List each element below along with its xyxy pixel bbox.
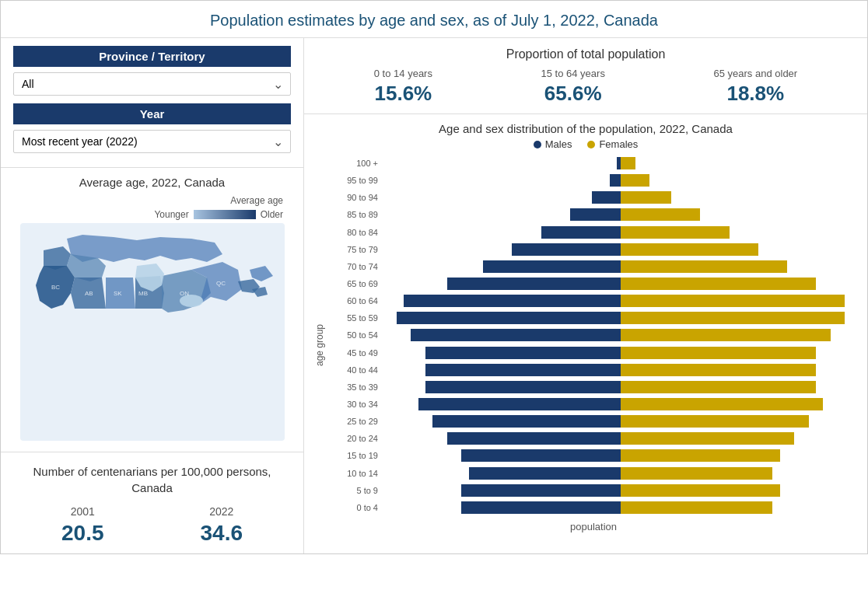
- bars-area: [382, 295, 859, 307]
- svg-text:MB: MB: [138, 290, 148, 297]
- female-bar: [621, 174, 649, 187]
- female-bar-container: [621, 226, 859, 239]
- male-bar-container: [382, 208, 621, 221]
- pyramid-row: 50 to 54: [327, 326, 859, 344]
- male-bar: [461, 484, 621, 497]
- female-bar: [621, 191, 671, 204]
- pyramid-row: 100 +: [327, 155, 859, 172]
- age-label: 60 to 64: [327, 296, 382, 305]
- pyramid-row: 70 to 74: [327, 258, 859, 275]
- female-bar: [621, 329, 831, 341]
- age-label: 75 to 79: [327, 245, 382, 254]
- map-title: Average age, 2022, Canada: [13, 176, 291, 189]
- bars-area: [382, 312, 859, 324]
- pyramid-rows: 100 +95 to 9990 to 9485 to 8980 to 8475 …: [327, 155, 859, 516]
- bars-area: [382, 157, 859, 169]
- svg-text:BC: BC: [51, 284, 60, 291]
- female-bar: [621, 157, 635, 169]
- pyramid-row: 75 to 79: [327, 241, 859, 258]
- female-bar-container: [621, 329, 859, 341]
- pyramid-title: Age and sex distribution of the populati…: [312, 122, 859, 135]
- female-bar: [621, 208, 700, 221]
- female-bar-container: [621, 191, 859, 204]
- left-panel: Province / Territory All Alberta British…: [1, 38, 304, 553]
- male-bar: [447, 432, 621, 445]
- age-label: 45 to 49: [327, 348, 382, 358]
- male-bar: [592, 191, 621, 204]
- province-select[interactable]: All Alberta British Columbia Manitoba Ne…: [13, 72, 291, 96]
- female-bar-container: [621, 415, 859, 428]
- male-bar: [512, 243, 621, 256]
- pyramid-row: 45 to 49: [327, 344, 859, 361]
- svg-text:AB: AB: [85, 290, 93, 297]
- female-bar: [621, 226, 730, 239]
- map-section: Average age, 2022, Canada Average age Yo…: [1, 168, 303, 452]
- male-bar: [425, 347, 621, 359]
- svg-text:ON: ON: [180, 290, 189, 297]
- col1-value: 15.6%: [374, 82, 432, 106]
- bars-area: [382, 467, 859, 480]
- male-bar-container: [382, 226, 621, 239]
- age-label: 10 to 14: [327, 469, 382, 478]
- bars-area: [382, 398, 859, 410]
- bars-area: [382, 329, 859, 341]
- age-label: 5 to 9: [327, 486, 382, 495]
- bars-area: [382, 432, 859, 445]
- pyramid-row: 0 to 4: [327, 499, 859, 516]
- legend-males: Males: [534, 138, 572, 150]
- pyramid-row: 20 to 24: [327, 430, 859, 447]
- female-bar-container: [621, 312, 859, 324]
- female-bar-container: [621, 501, 859, 514]
- female-bar-container: [621, 157, 859, 169]
- pyramid-row: 85 to 89: [327, 206, 859, 223]
- male-bar-container: [382, 191, 621, 204]
- female-bar-container: [621, 381, 859, 393]
- age-label: 100 +: [327, 159, 382, 168]
- year-label: Year: [13, 103, 291, 124]
- bars-area: [382, 191, 859, 204]
- y-axis-label: age group: [312, 155, 327, 536]
- map-legend-row: Younger Older: [13, 209, 291, 220]
- centenarians-val2: 34.6: [201, 521, 243, 546]
- female-bar: [621, 347, 816, 359]
- female-bar-container: [621, 398, 859, 410]
- content-area: Province / Territory All Alberta British…: [1, 37, 867, 553]
- age-label: 85 to 89: [327, 210, 382, 219]
- age-label: 15 to 19: [327, 451, 382, 460]
- male-dot: [534, 141, 541, 148]
- pyramid-inner: 100 +95 to 9990 to 9485 to 8980 to 8475 …: [327, 155, 859, 536]
- province-select-wrapper: All Alberta British Columbia Manitoba Ne…: [13, 72, 291, 96]
- age-label: 80 to 84: [327, 228, 382, 237]
- bars-area: [382, 243, 859, 256]
- pyramid-row: 90 to 94: [327, 189, 859, 206]
- female-bar-container: [621, 174, 859, 187]
- age-label: 65 to 69: [327, 279, 382, 288]
- male-bar-container: [382, 381, 621, 393]
- male-bar-container: [382, 243, 621, 256]
- bars-area: [382, 174, 859, 187]
- female-bar: [621, 243, 758, 256]
- bars-area: [382, 415, 859, 428]
- year-select[interactable]: Most recent year (2022) 2021 2020 2019: [13, 130, 291, 153]
- male-bar: [570, 208, 621, 221]
- male-bar-container: [382, 364, 621, 376]
- pyramid-row: 80 to 84: [327, 224, 859, 241]
- pyramid-row: 60 to 64: [327, 292, 859, 309]
- female-bar-container: [621, 208, 859, 221]
- map-legend: Average age: [13, 195, 291, 206]
- age-label: 0 to 4: [327, 503, 382, 512]
- male-bar-container: [382, 295, 621, 307]
- bars-area: [382, 208, 859, 221]
- male-bar: [483, 260, 621, 273]
- legend-gradient: [194, 210, 256, 219]
- male-bar: [432, 415, 621, 428]
- male-bar-container: [382, 415, 621, 428]
- pyramid-section: Age and sex distribution of the populati…: [304, 114, 867, 553]
- main-container: Population estimates by age and sex, as …: [0, 0, 868, 554]
- bars-area: [382, 364, 859, 376]
- bars-area: [382, 449, 859, 462]
- male-bar-container: [382, 312, 621, 324]
- province-label: Province / Territory: [13, 46, 291, 67]
- pyramid-row: 5 to 9: [327, 482, 859, 499]
- bars-area: [382, 484, 859, 497]
